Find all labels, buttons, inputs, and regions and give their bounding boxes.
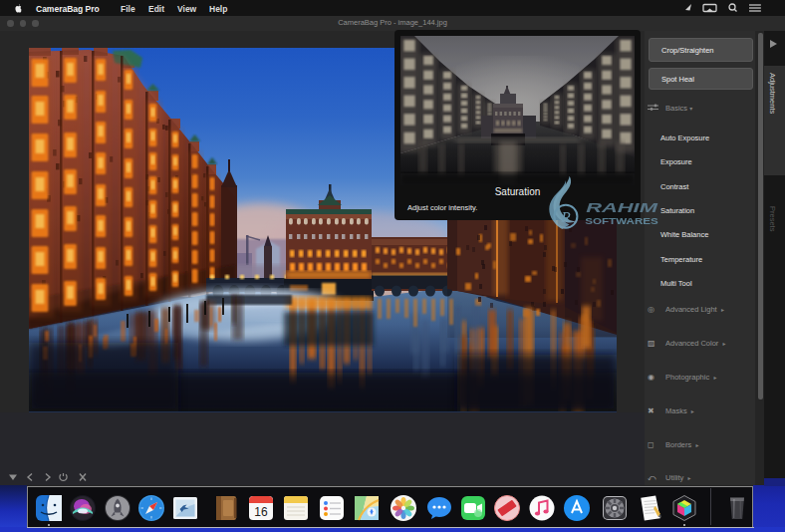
svg-text:16: 16 [254, 505, 268, 519]
